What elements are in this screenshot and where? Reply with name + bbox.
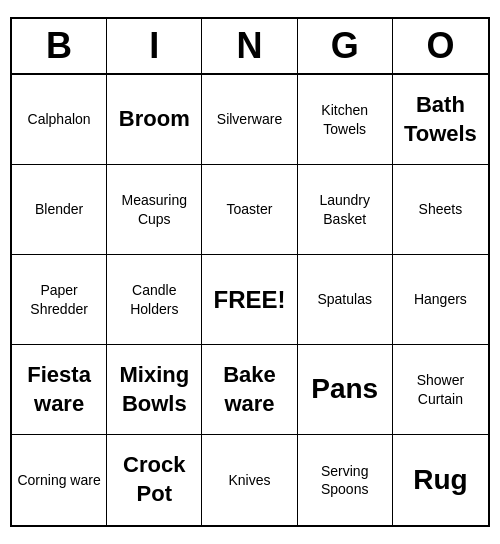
- bingo-cell: Candle Holders: [107, 255, 202, 345]
- bingo-cell: Paper Shredder: [12, 255, 107, 345]
- bingo-cell: Spatulas: [298, 255, 393, 345]
- bingo-header: BINGO: [12, 19, 488, 75]
- bingo-cell: Pans: [298, 345, 393, 435]
- bingo-cell: Rug: [393, 435, 488, 525]
- bingo-cell: Bake ware: [202, 345, 297, 435]
- bingo-cell: Corning ware: [12, 435, 107, 525]
- bingo-cell: Broom: [107, 75, 202, 165]
- bingo-cell: Knives: [202, 435, 297, 525]
- header-letter: O: [393, 19, 488, 73]
- bingo-cell: Fiesta ware: [12, 345, 107, 435]
- bingo-grid: CalphalonBroomSilverwareKitchen TowelsBa…: [12, 75, 488, 525]
- bingo-cell: Serving Spoons: [298, 435, 393, 525]
- header-letter: N: [202, 19, 297, 73]
- bingo-cell: Mixing Bowls: [107, 345, 202, 435]
- bingo-cell: Laundry Basket: [298, 165, 393, 255]
- header-letter: I: [107, 19, 202, 73]
- bingo-card: BINGO CalphalonBroomSilverwareKitchen To…: [10, 17, 490, 527]
- bingo-cell: Calphalon: [12, 75, 107, 165]
- bingo-cell: Shower Curtain: [393, 345, 488, 435]
- bingo-cell: Kitchen Towels: [298, 75, 393, 165]
- bingo-cell: Hangers: [393, 255, 488, 345]
- bingo-cell: Measuring Cups: [107, 165, 202, 255]
- bingo-cell: Silverware: [202, 75, 297, 165]
- header-letter: G: [298, 19, 393, 73]
- bingo-cell: Bath Towels: [393, 75, 488, 165]
- bingo-cell: Toaster: [202, 165, 297, 255]
- bingo-cell: Blender: [12, 165, 107, 255]
- header-letter: B: [12, 19, 107, 73]
- bingo-cell: Crock Pot: [107, 435, 202, 525]
- bingo-cell: Sheets: [393, 165, 488, 255]
- bingo-cell: FREE!: [202, 255, 297, 345]
